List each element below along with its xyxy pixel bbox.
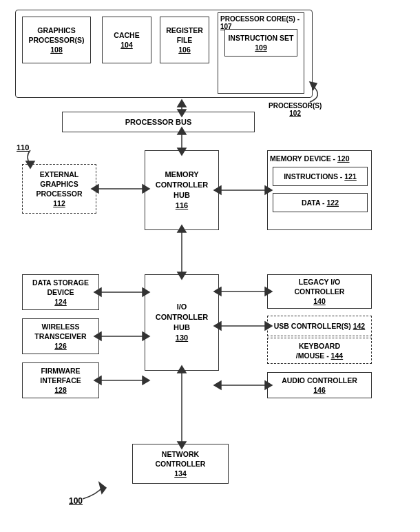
- cache-label: CACHE: [114, 30, 139, 40]
- processor-bus-box: PROCESSOR BUS: [62, 112, 255, 132]
- network-controller-ref: 134: [174, 469, 187, 478]
- data-box: DATA - 122: [273, 193, 368, 212]
- data-label: DATA - 122: [302, 198, 339, 207]
- data-storage-label: DATA STORAGEDEVICE: [32, 278, 89, 297]
- ioch-label: I/OCONTROLLERHUB: [156, 302, 208, 333]
- network-controller-label: NETWORKCONTROLLER: [156, 449, 206, 469]
- instruction-set-label: INSTRUCTION SET: [228, 33, 293, 43]
- svg-marker-31: [214, 381, 221, 389]
- diagram: PROCESSOR(S)102 GRAPHICS PROCESSOR(S) 10…: [0, 0, 420, 532]
- svg-marker-23: [143, 376, 149, 385]
- register-file-box: REGISTERFILE 106: [160, 17, 209, 63]
- legacy-io-box: LEGACY I/OCONTROLLER 140: [267, 274, 372, 309]
- audio-controller-label: AUDIO CONTROLLER: [282, 376, 357, 385]
- svg-marker-1: [178, 100, 186, 107]
- register-file-label: REGISTERFILE: [166, 25, 203, 45]
- wireless-box: WIRELESSTRANSCEIVER 126: [22, 318, 99, 354]
- instructions-label: INSTRUCTIONS - 121: [284, 172, 357, 181]
- keyboard-mouse-box: KEYBOARD/MOUSE - 144: [267, 338, 372, 364]
- ioch-ref: 130: [176, 333, 188, 343]
- wireless-label: WIRELESSTRANSCEIVER: [34, 322, 86, 341]
- firmware-box: FIRMWAREINTERFACE 128: [22, 362, 99, 398]
- external-graphics-ref: 112: [53, 198, 65, 208]
- mch-label: MEMORYCONTROLLERHUB: [156, 170, 208, 201]
- graphics-processor-box: GRAPHICS PROCESSOR(S) 108: [22, 17, 91, 63]
- graphics-processor-label: GRAPHICS PROCESSOR(S): [25, 25, 87, 45]
- external-graphics-box: EXTERNALGRAPHICSPROCESSOR 112: [22, 164, 96, 214]
- register-file-ref: 106: [178, 45, 191, 54]
- instruction-set-box: INSTRUCTION SET 109: [224, 29, 297, 57]
- external-graphics-label: EXTERNALGRAPHICSPROCESSOR: [36, 170, 82, 199]
- usb-label: USB CONTROLLER(S) 142: [274, 321, 365, 331]
- ioch-box: I/OCONTROLLERHUB 130: [145, 274, 219, 371]
- wireless-ref: 126: [54, 341, 67, 351]
- audio-controller-box: AUDIO CONTROLLER 146: [267, 372, 372, 398]
- mch-ref: 116: [176, 201, 188, 211]
- keyboard-mouse-label: KEYBOARD/MOUSE - 144: [296, 341, 343, 360]
- svg-marker-38: [99, 482, 106, 493]
- network-controller-box: NETWORKCONTROLLER 134: [132, 444, 229, 484]
- legacy-io-label: LEGACY I/OCONTROLLER: [295, 277, 345, 296]
- usb-controller-box: USB CONTROLLER(S) 142: [267, 316, 372, 336]
- region-110-label: 110: [17, 143, 29, 152]
- legacy-io-ref: 140: [313, 296, 326, 306]
- instruction-set-ref: 109: [255, 43, 267, 52]
- processor-label: PROCESSOR(S)102: [269, 102, 322, 117]
- mch-box: MEMORYCONTROLLERHUB 116: [145, 150, 219, 230]
- processor-core-label: PROCESSOR CORE(S) - 107: [220, 15, 302, 30]
- data-storage-box: DATA STORAGEDEVICE 124: [22, 274, 99, 310]
- memory-device-top-label: MEMORY DEVICE - 120: [270, 154, 350, 163]
- cache-box: CACHE 104: [102, 17, 151, 63]
- cache-ref: 104: [120, 40, 133, 50]
- instructions-box: INSTRUCTIONS - 121: [273, 167, 368, 186]
- processor-bus-label: PROCESSOR BUS: [125, 117, 192, 127]
- data-storage-ref: 124: [54, 297, 67, 307]
- firmware-ref: 128: [54, 385, 67, 395]
- region-100-label: 100: [69, 496, 83, 506]
- audio-controller-ref: 146: [313, 385, 326, 395]
- firmware-label: FIRMWAREINTERFACE: [40, 366, 81, 385]
- graphics-processor-ref: 108: [50, 45, 63, 54]
